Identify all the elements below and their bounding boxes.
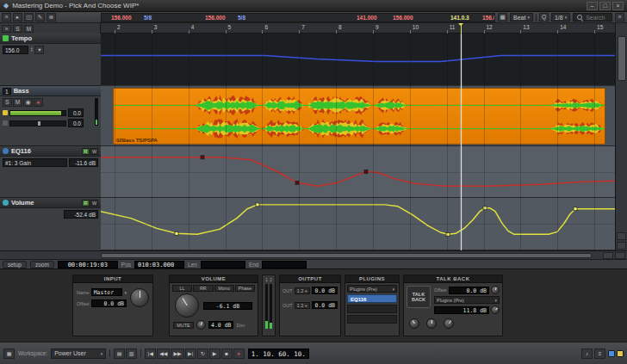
input-gain-knob[interactable] — [130, 288, 149, 307]
input-offset-value[interactable]: 0.0 dB — [91, 299, 127, 307]
tempo-dropdown[interactable]: ▾ — [34, 46, 44, 54]
solo-button[interactable]: S — [3, 98, 12, 107]
close-button[interactable]: × — [612, 2, 624, 10]
scroll-corner-button[interactable] — [617, 232, 626, 240]
horizontal-scrollbar[interactable] — [0, 250, 627, 259]
downmix-button-rr[interactable]: RR — [193, 285, 213, 292]
tool-icon-2[interactable]: ◫ — [24, 13, 34, 22]
talkback-button[interactable]: TALK BACK — [407, 286, 431, 308]
timeline-ruler[interactable]: 23456789101112131415 — [101, 23, 615, 34]
tempo-curve[interactable] — [101, 34, 615, 85]
end-value[interactable] — [262, 261, 307, 268]
read-automation-button[interactable]: R — [82, 148, 90, 155]
downmix-button-mono[interactable]: Mono — [214, 285, 234, 292]
volume-value[interactable]: 0.0 — [68, 108, 84, 117]
marker-label[interactable]: 156.000 — [205, 15, 226, 21]
spin-down-icon[interactable]: ▼ — [30, 50, 33, 53]
transport-button[interactable]: ◀◀ — [157, 349, 170, 359]
main-level-value[interactable]: -6.1 dB — [203, 302, 252, 310]
search-input[interactable] — [586, 15, 609, 21]
automation-point[interactable] — [175, 231, 178, 235]
transport-button[interactable]: ↻ — [197, 349, 208, 359]
automation-point[interactable] — [574, 207, 577, 211]
volume-automation-curve[interactable] — [101, 198, 615, 250]
pos-value[interactable]: 010:03.000 — [134, 261, 184, 268]
marker-label[interactable]: 141.0.3 — [450, 15, 469, 21]
transport-button[interactable]: ● — [233, 349, 245, 359]
automation-curve[interactable] — [101, 56, 615, 62]
record-enable-button[interactable]: ● — [34, 98, 43, 107]
tempo-spinner[interactable]: ▲ ▼ — [30, 47, 33, 53]
status-icon[interactable]: ▥ — [126, 349, 137, 359]
tempo-value[interactable]: 156.0 — [3, 46, 28, 54]
cue-level-knob[interactable] — [409, 318, 419, 329]
track-name[interactable]: Bass — [14, 87, 29, 95]
minimize-button[interactable]: – — [587, 2, 598, 10]
output-channel-buttons[interactable]: 1 2 + — [295, 287, 310, 294]
plugin-slot-empty[interactable] — [347, 305, 397, 313]
volume-automation-value[interactable]: -52.4 dB — [64, 210, 98, 219]
tool-icon-3[interactable]: ✎ — [35, 13, 45, 22]
volume-automation-lane[interactable] — [101, 198, 615, 250]
tempo-track-panel[interactable]: Tempo 156.0 ▲ ▼ ▾ — [0, 34, 101, 86]
transport-button[interactable]: ▶ — [209, 349, 220, 359]
quantize-button[interactable]: Q — [539, 13, 549, 22]
scroll-corner-button[interactable] — [603, 252, 613, 259]
read-automation-button[interactable]: R — [82, 200, 90, 207]
plugin-slot-selected[interactable]: EQ116 — [347, 294, 397, 303]
transport-button[interactable]: ▶▶ — [171, 349, 183, 359]
playhead-handle[interactable] — [461, 23, 462, 34]
transport-button[interactable]: ▶| — [185, 349, 196, 359]
automation-point[interactable] — [364, 170, 368, 174]
eq-parameter-name[interactable]: #1: 3 Gain — [3, 158, 67, 167]
time-display[interactable]: 00:00:19:03 — [58, 261, 118, 268]
zoom-button[interactable]: zoom — [30, 261, 54, 268]
tool-icon-4[interactable]: ⊗ — [47, 13, 56, 22]
status-icon[interactable]: ≡ — [594, 349, 605, 359]
automation-curve[interactable] — [101, 205, 615, 234]
scroll-corner-button[interactable] — [617, 242, 626, 250]
status-icon[interactable]: ♪ — [581, 349, 593, 359]
quantize-dropdown[interactable]: 1/8 ▾ — [551, 13, 570, 22]
scroll-corner-button[interactable] — [615, 252, 625, 259]
mute-button[interactable]: MUTE — [173, 322, 194, 329]
toolbar-overflow-button[interactable]: » — [615, 13, 624, 22]
marker-label[interactable]: 5/8 — [144, 15, 152, 21]
dim-knob[interactable] — [196, 320, 206, 330]
search-box[interactable] — [573, 13, 612, 22]
marker-label[interactable]: 5/8 — [238, 15, 245, 21]
pan-value[interactable]: 0.0 — [68, 119, 84, 127]
maximize-button[interactable]: □ — [599, 2, 611, 10]
write-automation-button[interactable]: W — [90, 148, 98, 155]
monitor-button[interactable]: ◉ — [23, 98, 33, 107]
marker-label[interactable]: 156.000 — [393, 15, 413, 21]
marker-label[interactable]: 156.000 — [111, 15, 132, 21]
global-mute-button[interactable]: M — [24, 25, 34, 33]
transport-button[interactable]: ■ — [221, 349, 233, 359]
output-offset-value[interactable]: 0.0 dB — [312, 287, 338, 294]
vertical-scrollbar[interactable] — [615, 34, 627, 250]
workspace-dropdown[interactable]: Power User ▾ — [51, 349, 106, 359]
vertical-scroll-thumb[interactable] — [618, 36, 626, 81]
eq-parameter-value[interactable]: -11.6 dB — [69, 158, 98, 167]
talkback-level-knob[interactable] — [491, 305, 500, 314]
main-level-knob[interactable] — [175, 293, 199, 318]
marker-label[interactable]: 141.000 — [357, 15, 377, 21]
marker-label[interactable]: 156.000 — [482, 15, 495, 21]
bass-track-lane[interactable]: 02Bass TS/PSPA — [101, 86, 615, 146]
talkback-level-value[interactable]: 11.8 dB — [434, 306, 489, 314]
automation-point[interactable] — [201, 156, 204, 159]
talkback-offset-knob[interactable] — [491, 286, 500, 294]
automation-curve[interactable] — [101, 157, 615, 186]
eq-automation-panel[interactable]: EQ116 R W #1: 3 Gain -11.6 dB — [0, 146, 101, 198]
grid-mode-dropdown[interactable]: Beat ▾ — [510, 13, 533, 22]
workspace-grid-icon[interactable]: ▦ — [3, 349, 15, 359]
global-solo-button[interactable]: S — [13, 25, 22, 33]
plugins-pre-dropdown[interactable]: Plugins (Pre) ▾ — [347, 285, 397, 293]
eq-automation-lane[interactable] — [101, 146, 615, 198]
eq-automation-curve[interactable] — [101, 146, 615, 197]
input-name-value[interactable]: Master — [91, 288, 123, 296]
position-display[interactable]: 1. 10. 60. 10. — [248, 349, 309, 359]
automation-point[interactable] — [295, 181, 299, 184]
cue-level-knob[interactable] — [444, 318, 454, 329]
